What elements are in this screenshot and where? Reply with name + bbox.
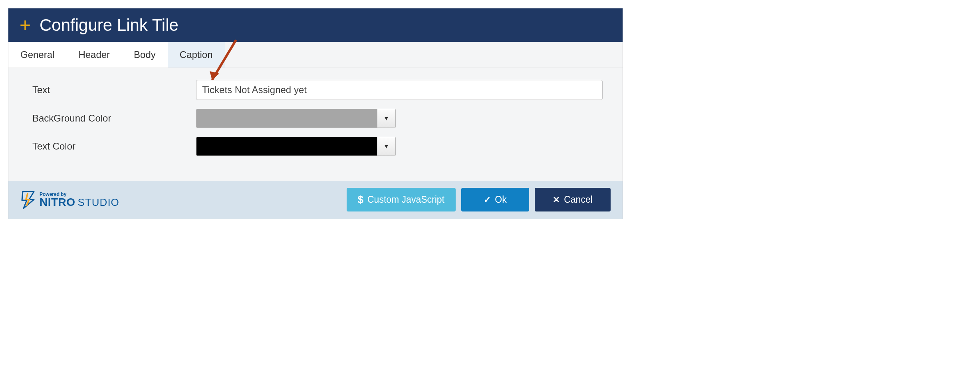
tab-bar: General Header Body Caption [8, 42, 623, 68]
bgcolor-picker[interactable]: ▼ [196, 109, 396, 128]
tab-caption[interactable]: Caption [168, 42, 225, 68]
custom-javascript-button[interactable]: $ Custom JavaScript [347, 188, 456, 211]
bgcolor-dropdown-button[interactable]: ▼ [377, 109, 395, 128]
textcolor-dropdown-button[interactable]: ▼ [377, 137, 395, 156]
close-icon: ✕ [553, 195, 560, 205]
cancel-label: Cancel [564, 194, 593, 205]
custom-js-label: Custom JavaScript [367, 194, 444, 205]
dialog-footer: Powered by NITRO STUDIO $ Custom JavaScr… [8, 181, 623, 219]
textcolor-label: Text Color [28, 141, 196, 152]
text-label: Text [28, 84, 196, 96]
bgcolor-label: BackGround Color [28, 113, 196, 124]
brand-name-light: STUDIO [78, 197, 119, 207]
form-row-text: Text [28, 80, 603, 100]
dialog-header: + Configure Link Tile [8, 8, 623, 42]
ok-button[interactable]: ✓ Ok [461, 188, 529, 211]
textcolor-swatch [196, 137, 377, 156]
configure-link-tile-dialog: + Configure Link Tile General Header Bod… [8, 8, 623, 219]
brand-logo: Powered by NITRO STUDIO [20, 191, 119, 209]
footer-button-group: $ Custom JavaScript ✓ Ok ✕ Cancel [347, 188, 611, 211]
brand-text: Powered by NITRO STUDIO [40, 192, 119, 208]
text-input[interactable] [196, 80, 603, 100]
tab-body[interactable]: Body [122, 42, 168, 68]
bgcolor-swatch [196, 109, 377, 128]
plus-icon: + [20, 16, 31, 35]
ok-label: Ok [495, 194, 506, 205]
tab-content: Text BackGround Color ▼ Text Color ▼ [8, 68, 623, 181]
chevron-down-icon: ▼ [384, 143, 389, 150]
textcolor-picker[interactable]: ▼ [196, 137, 396, 156]
check-icon: ✓ [484, 195, 491, 205]
form-row-textcolor: Text Color ▼ [28, 137, 603, 156]
dollar-icon: $ [358, 193, 363, 206]
brand-name-bold: NITRO [40, 197, 75, 208]
dialog-title: Configure Link Tile [40, 16, 179, 35]
tab-general[interactable]: General [8, 42, 66, 68]
tab-header[interactable]: Header [66, 42, 122, 68]
svg-marker-1 [210, 71, 219, 80]
nitro-bolt-icon [20, 191, 36, 209]
cancel-button[interactable]: ✕ Cancel [535, 188, 611, 211]
chevron-down-icon: ▼ [384, 115, 389, 122]
form-row-bgcolor: BackGround Color ▼ [28, 109, 603, 128]
